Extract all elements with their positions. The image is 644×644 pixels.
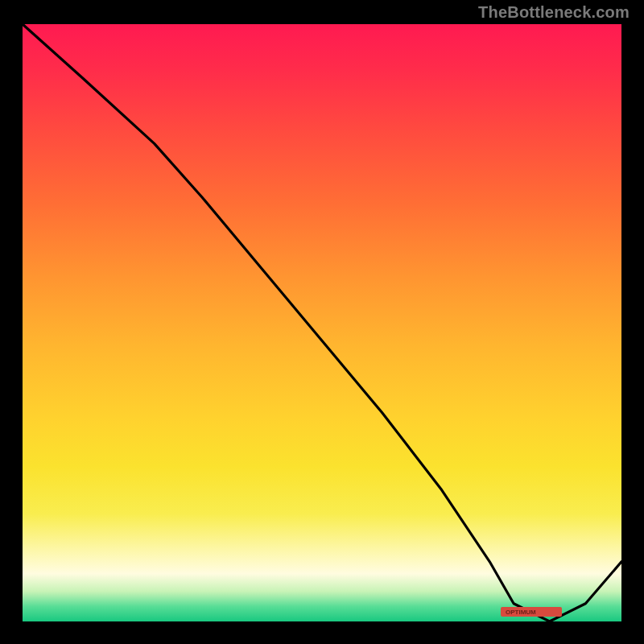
bottleneck-curve bbox=[23, 24, 621, 621]
watermark-text: TheBottleneck.com bbox=[478, 3, 630, 22]
min-plateau-label: OPTIMUM bbox=[506, 609, 536, 616]
chart-overlay: OPTIMUM bbox=[23, 24, 621, 621]
min-plateau-marker: OPTIMUM bbox=[501, 607, 562, 617]
chart-stage: TheBottleneck.com OPTIMUM bbox=[0, 0, 644, 644]
